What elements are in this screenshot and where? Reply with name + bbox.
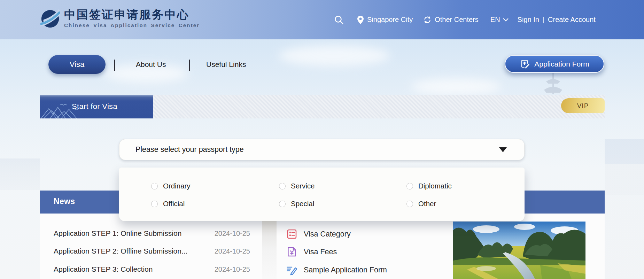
language-label: EN bbox=[490, 16, 500, 24]
language-selector[interactable]: EN bbox=[490, 16, 509, 24]
passport-type-options-panel: Ordinary Service Diplomatic Official Spe… bbox=[119, 168, 525, 221]
page: 中国签证申请服务中心 Chinese Visa Application Serv… bbox=[0, 0, 644, 279]
tab-about-us-label: About Us bbox=[136, 60, 166, 69]
application-form-icon bbox=[520, 59, 530, 69]
sample-form-icon bbox=[286, 264, 297, 276]
news-item-date: 2024-10-25 bbox=[215, 230, 250, 238]
current-center-selector[interactable]: Singapore City bbox=[357, 16, 413, 24]
tab-visa-label: Visa bbox=[70, 60, 84, 69]
passport-option-label: Service bbox=[291, 182, 315, 190]
passport-option-diplomatic[interactable]: Diplomatic bbox=[406, 181, 452, 191]
other-centers-button[interactable]: Other Centers bbox=[423, 16, 479, 24]
faded-photo-strip-decor bbox=[262, 214, 277, 279]
radio-official[interactable] bbox=[151, 201, 158, 207]
passport-option-label: Official bbox=[163, 200, 185, 208]
nav-separator bbox=[114, 60, 115, 71]
quick-link-label: Visa Fees bbox=[304, 248, 337, 256]
passport-type-placeholder: Please select your passport type bbox=[135, 145, 244, 154]
news-item[interactable]: Application STEP 2: Offline Submission..… bbox=[54, 246, 250, 256]
tab-visa[interactable]: Visa bbox=[48, 55, 106, 74]
radio-diplomatic[interactable] bbox=[406, 183, 413, 189]
news-item[interactable]: Application STEP 1: Online Submission 20… bbox=[54, 228, 250, 239]
application-form-button[interactable]: Application Form bbox=[505, 55, 604, 73]
visa-center-logo-icon bbox=[40, 8, 60, 29]
application-form-label: Application Form bbox=[534, 60, 589, 68]
news-item-title: Application STEP 1: Online Submission bbox=[54, 229, 181, 238]
quick-link-label: Visa Category bbox=[304, 230, 351, 239]
radio-service[interactable] bbox=[279, 183, 286, 189]
passport-option-official[interactable]: Official bbox=[151, 199, 185, 209]
current-center-label: Singapore City bbox=[367, 16, 413, 24]
vip-label: VIP bbox=[577, 102, 589, 110]
radio-other[interactable] bbox=[406, 201, 413, 207]
location-pin-icon bbox=[357, 16, 364, 24]
radio-special[interactable] bbox=[279, 201, 286, 207]
passport-option-ordinary[interactable]: Ordinary bbox=[151, 181, 191, 191]
news-item-title: Application STEP 3: Collection bbox=[54, 265, 153, 273]
visa-category-icon bbox=[286, 228, 297, 240]
background-cityscape-left bbox=[0, 158, 40, 190]
start-for-visa-label: Start for Visa bbox=[72, 102, 117, 111]
news-section-title: News bbox=[54, 197, 75, 206]
tab-useful-links-label: Useful Links bbox=[206, 60, 246, 69]
logo-text: 中国签证申请服务中心 Chinese Visa Application Serv… bbox=[64, 8, 200, 28]
start-for-visa-tab[interactable]: Start for Visa bbox=[40, 95, 153, 118]
quick-link-label: Sample Application Form bbox=[304, 266, 387, 274]
news-item-title: Application STEP 2: Offline Submission..… bbox=[54, 247, 187, 255]
passport-option-label: Special bbox=[291, 200, 314, 208]
passport-option-label: Ordinary bbox=[163, 182, 191, 190]
quick-link-visa-fees[interactable]: Visa Fees bbox=[286, 246, 337, 258]
tab-about-us[interactable]: About Us bbox=[136, 55, 166, 74]
news-item[interactable]: Application STEP 3: Collection 2024-10-2… bbox=[54, 264, 250, 274]
news-item-date: 2024-10-25 bbox=[215, 265, 250, 273]
top-header: 中国签证申请服务中心 Chinese Visa Application Serv… bbox=[0, 0, 644, 39]
sign-in-label: Sign In bbox=[518, 16, 539, 24]
dropdown-caret-icon bbox=[499, 147, 507, 152]
header-utility-nav: Singapore City Other Centers EN Sign In bbox=[334, 0, 596, 39]
main-nav: Visa About Us Useful Links Application F… bbox=[0, 55, 644, 74]
sign-in-link[interactable]: Sign In bbox=[518, 16, 539, 24]
passport-option-service[interactable]: Service bbox=[279, 181, 315, 191]
visa-fees-icon bbox=[286, 246, 297, 257]
cloud-decor bbox=[411, 78, 502, 95]
news-item-date: 2024-10-25 bbox=[215, 247, 250, 255]
background-cityscape-right bbox=[605, 139, 644, 279]
create-account-link[interactable]: Create Account bbox=[548, 16, 596, 24]
start-for-visa-section: Start for Visa VIP bbox=[40, 95, 605, 118]
search-button[interactable] bbox=[334, 15, 344, 25]
nav-separator bbox=[189, 60, 190, 71]
passport-option-other[interactable]: Other bbox=[406, 199, 436, 209]
passport-type-select[interactable]: Please select your passport type bbox=[119, 139, 525, 160]
logo-subtitle-english: Chinese Visa Application Service Center bbox=[64, 22, 200, 28]
search-icon bbox=[334, 15, 344, 25]
promo-landscape-photo[interactable] bbox=[453, 222, 585, 279]
header-divider: | bbox=[539, 16, 548, 24]
passport-option-label: Other bbox=[418, 200, 436, 208]
vip-button[interactable]: VIP bbox=[561, 98, 605, 113]
passport-option-label: Diplomatic bbox=[418, 182, 452, 190]
other-centers-label: Other Centers bbox=[435, 16, 479, 24]
landscape-image bbox=[453, 222, 585, 279]
switch-centers-icon bbox=[423, 16, 432, 24]
radio-ordinary[interactable] bbox=[151, 183, 158, 189]
quick-link-sample-form[interactable]: Sample Application Form bbox=[286, 264, 387, 276]
create-account-label: Create Account bbox=[548, 16, 596, 24]
logo-title-chinese: 中国签证申请服务中心 bbox=[64, 8, 200, 21]
site-logo[interactable]: 中国签证申请服务中心 Chinese Visa Application Serv… bbox=[40, 8, 200, 29]
chevron-down-icon bbox=[503, 18, 509, 22]
tab-useful-links[interactable]: Useful Links bbox=[206, 55, 246, 74]
quick-link-visa-category[interactable]: Visa Category bbox=[286, 228, 351, 240]
passport-option-special[interactable]: Special bbox=[279, 199, 314, 209]
